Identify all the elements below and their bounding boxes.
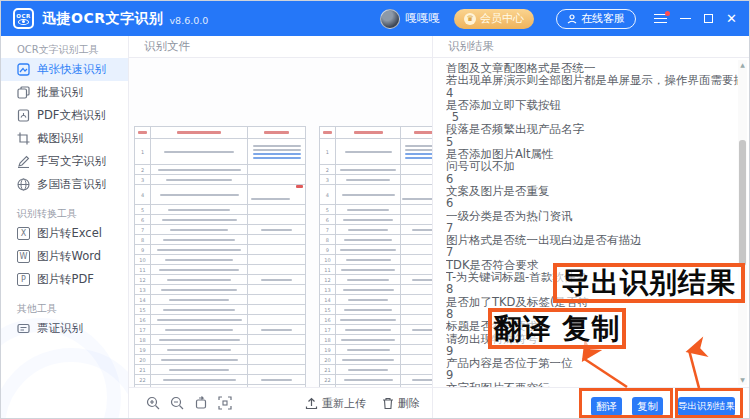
table-cell: 2 (320, 165, 336, 175)
sidebar-item-label: 批量识别 (37, 85, 83, 100)
table-cell: 8 (135, 235, 151, 245)
table-cell (248, 365, 306, 375)
sidebar-item-label: 图片转Word (37, 249, 101, 264)
sidebar-item-image-to-word[interactable]: W 图片转Word (1, 245, 128, 268)
table-cell (335, 365, 400, 375)
table-cell (335, 255, 400, 265)
scrollbar-thumb[interactable] (739, 140, 746, 266)
table-row: 22 (320, 375, 433, 385)
rotate-icon[interactable] (193, 396, 208, 411)
table-cell (335, 215, 400, 225)
close-button[interactable]: ✕ (726, 12, 737, 25)
copy-button[interactable]: 复制 (632, 397, 663, 416)
globe-icon (17, 178, 30, 191)
table-row: 15 (320, 305, 433, 315)
table-row: 10 (320, 255, 433, 265)
sidebar-item-label: 单张快速识别 (37, 62, 106, 77)
table-cell (248, 275, 306, 285)
member-center-button[interactable]: ♛ 会员中心 (454, 9, 534, 29)
table-cell (150, 185, 247, 205)
sidebar-item-image-to-pdf[interactable]: P 图片转PDF (1, 268, 128, 291)
online-support-button[interactable]: 在线客服 (556, 9, 636, 29)
table-cell (335, 345, 400, 355)
logo-text: OCR (16, 13, 30, 19)
table-cell (335, 205, 400, 215)
table-cell (150, 325, 247, 335)
menu-icon[interactable] (654, 14, 667, 24)
table-cell (401, 335, 432, 345)
table-cell (248, 245, 306, 255)
sidebar-item-label: 图片转PDF (37, 272, 94, 287)
table-row: 19 (135, 345, 306, 355)
sidebar-item-multilanguage-recognition[interactable]: 多国语言识别 (1, 173, 128, 196)
sidebar-item-pdf-document-recognition[interactable]: PDF文档识别 (1, 104, 128, 127)
export-results-button[interactable]: 导出识别结果 (678, 397, 735, 416)
result-line: 6 (446, 173, 742, 185)
person-icon (567, 14, 577, 24)
sidebar-item-single-quick-recognition[interactable]: 单张快速识别 (1, 58, 128, 81)
minimize-button[interactable] (680, 18, 691, 20)
username[interactable]: 嘎嘎嘎 (406, 11, 441, 26)
sidebar-item-screenshot-recognition[interactable]: 截图识别 (1, 127, 128, 150)
zoom-out-icon[interactable] (169, 396, 184, 411)
table-cell (401, 285, 432, 295)
table-cell: 10 (320, 255, 336, 265)
results-scrollbar[interactable]: ▲ ▼ (738, 60, 747, 385)
table-header-cell (248, 127, 306, 139)
table-cell (335, 295, 400, 305)
table-row: 13 (135, 285, 306, 295)
table-cell: 20 (135, 355, 151, 365)
table-cell (401, 315, 432, 325)
translate-button[interactable]: 翻译 (591, 397, 622, 416)
table-cell (248, 175, 306, 185)
sidebar-item-batch-recognition[interactable]: 批量识别 (1, 81, 128, 104)
delete-button[interactable]: 删除 (382, 396, 420, 411)
reupload-button[interactable]: 重新上传 (305, 396, 366, 411)
table-header-row (320, 127, 433, 139)
table-cell (401, 165, 432, 175)
results-panel-title: 识别结果 (433, 36, 749, 58)
table-cell (248, 325, 306, 335)
fit-screen-icon[interactable] (217, 396, 232, 411)
table-cell (150, 255, 247, 265)
table-row: 12 (135, 275, 306, 285)
scroll-up-icon[interactable]: ▲ (738, 60, 747, 70)
table-cell (248, 265, 306, 275)
table-cell (401, 305, 432, 315)
table-cell: 3 (135, 175, 151, 185)
table-row: 5 (320, 205, 433, 215)
table-cell (335, 305, 400, 315)
table-cell: 20 (320, 355, 336, 365)
sidebar-item-label: 多国语言识别 (37, 177, 106, 192)
image-scan-icon (17, 63, 30, 76)
maximize-button[interactable] (704, 14, 713, 23)
table-cell (401, 245, 432, 255)
result-line: 若出现单屏演示则全部图片都是单屏显示，操作界面需要描边 (446, 74, 742, 86)
table-cell (335, 355, 400, 365)
table-cell (248, 375, 306, 385)
table-row: 20 (135, 355, 306, 365)
table-cell (150, 205, 247, 215)
zoom-in-icon[interactable] (145, 396, 160, 411)
document-preview[interactable]: 1234 56789101112131415161718192021222324… (129, 58, 432, 387)
table-row: 3 (135, 175, 306, 185)
sidebar-item-image-to-excel[interactable]: X 图片转Excel (1, 222, 128, 245)
table-cell (335, 235, 400, 245)
sidebar-item-handwriting-recognition[interactable]: 手写文字识别 (1, 150, 128, 173)
table-cell (150, 175, 247, 185)
excel-letter-icon: X (17, 227, 30, 240)
sidebar-item-label: 截图识别 (37, 131, 83, 146)
member-center-label: 会员中心 (480, 11, 524, 26)
table-row: 1 (320, 139, 433, 165)
table-header-cell (335, 127, 400, 139)
table-cell: 7 (320, 225, 336, 235)
table-cell: 12 (135, 275, 151, 285)
table-cell (150, 245, 247, 255)
table-cell: 10 (135, 255, 151, 265)
table-row: 13 (320, 285, 433, 295)
table-cell (150, 335, 247, 345)
table-cell: 14 (320, 295, 336, 305)
scroll-down-icon[interactable]: ▼ (738, 375, 747, 385)
user-avatar[interactable] (380, 9, 400, 29)
sidebar: OCR文字识别工具 单张快速识别 批量识别 PDF文档识别 截图识别 手写文字识… (1, 36, 129, 418)
